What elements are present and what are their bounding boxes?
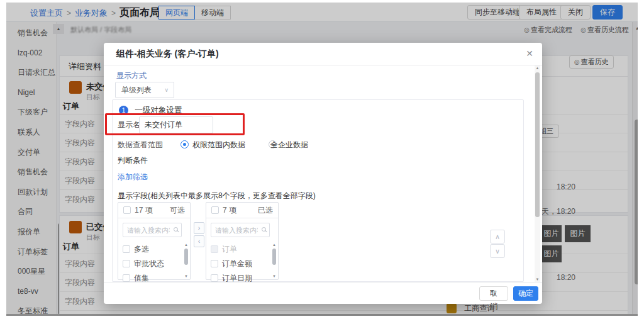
scroll-up-icon[interactable]: ▲ <box>272 243 277 247</box>
chosen-search <box>211 223 270 237</box>
level-one-object-section: 1 一级对象设置 显示名称 数据查看范围 权限范围内数据 全企业数据 判断条件 … <box>112 99 524 282</box>
item-checkbox[interactable] <box>123 245 130 253</box>
move-down-button[interactable]: ∨ <box>490 244 505 258</box>
radio-permission-scope[interactable] <box>180 140 189 148</box>
modal-footer: 取消 确定 <box>104 282 542 304</box>
data-scope-label: 数据查看范围 <box>118 139 163 150</box>
chosen-fields-listbox: 7 项 已选 订单 订单金额 订单日期 ▲ ▼ <box>206 202 279 280</box>
modal-title: 组件-相关业务 (客户-订单) <box>116 43 219 65</box>
section-step-header: 1 一级对象设置 <box>119 105 182 116</box>
app-window: 设置主页>业务对象>页面布局 网页端移动端 同步至移动端 布局属性 关闭 保存 … <box>6 3 638 316</box>
list-item[interactable]: 审批状态 <box>118 257 184 271</box>
list-item[interactable]: 多选 <box>118 242 184 257</box>
search-icon <box>262 227 266 232</box>
available-fields-listbox: 17 项 可选 多选 审批状态 值集 ▲ ▼ <box>118 202 191 280</box>
scroll-down-icon[interactable]: ▼ <box>184 274 189 278</box>
available-list-scrollbar[interactable]: ▲ ▼ <box>184 243 189 278</box>
radio-whole-company-label[interactable]: 全企业数据 <box>270 139 308 150</box>
item-checkbox[interactable] <box>211 274 218 282</box>
move-up-button[interactable]: ∧ <box>490 230 505 243</box>
scroll-down-icon[interactable]: ▼ <box>535 277 540 281</box>
cancel-button[interactable]: 取消 <box>479 286 508 301</box>
modal-close-icon[interactable]: ✕ <box>526 48 533 59</box>
item-checkbox[interactable] <box>123 260 130 267</box>
move-left-button[interactable]: ‹ <box>194 235 204 247</box>
chosen-list-header: 7 项 已选 <box>206 203 278 218</box>
modal-title-divider <box>104 65 542 65</box>
list-item[interactable]: 订单金额 <box>206 257 272 271</box>
move-right-button[interactable]: › <box>194 222 204 234</box>
scrollbar-thumb[interactable] <box>184 249 188 265</box>
window-bottom-edge <box>6 314 638 316</box>
confirm-button[interactable]: 确定 <box>513 286 538 301</box>
available-count: 17 项 <box>135 206 153 215</box>
item-checkbox-disabled <box>211 245 218 253</box>
modal-scrollbar-thumb[interactable] <box>535 72 540 217</box>
chosen-count: 7 项 <box>223 206 236 215</box>
item-checkbox[interactable] <box>123 274 130 282</box>
chosen-tag: 已选 <box>258 203 273 218</box>
chosen-list-scrollbar[interactable]: ▲ ▼ <box>272 243 277 278</box>
list-item-disabled: 订单 <box>206 242 272 257</box>
available-list-header: 17 项 可选 <box>118 203 190 218</box>
available-tag: 可选 <box>170 203 185 218</box>
scrollbar-thumb[interactable] <box>272 249 276 265</box>
section-step-title: 一级对象设置 <box>135 106 182 115</box>
add-filter-link[interactable]: 添加筛选 <box>118 172 148 182</box>
scroll-up-icon[interactable]: ▲ <box>535 66 540 70</box>
available-list: 多选 审批状态 值集 <box>118 242 184 286</box>
radio-permission-scope-label[interactable]: 权限范围内数据 <box>192 139 245 150</box>
scroll-down-icon[interactable]: ▼ <box>272 274 277 278</box>
search-icon <box>174 227 178 232</box>
chosen-list: 订单 订单金额 订单日期 <box>206 242 272 286</box>
screenshot-stage: 设置主页>业务对象>页面布局 网页端移动端 同步至移动端 布局属性 关闭 保存 … <box>0 0 644 319</box>
chosen-search-input[interactable] <box>211 223 270 237</box>
available-search-input[interactable] <box>123 223 182 237</box>
scroll-up-icon[interactable]: ▲ <box>184 243 189 247</box>
chevron-down-icon: ∨ <box>164 82 169 98</box>
select-all-checkbox[interactable] <box>211 206 219 214</box>
available-search <box>123 223 182 237</box>
display-mode-label: 显示方式 <box>116 70 147 81</box>
related-business-modal: 组件-相关业务 (客户-订单) ✕ 显示方式 单级列表 ∨ 1 一级对象设置 显… <box>104 43 542 304</box>
display-name-input[interactable] <box>139 116 213 133</box>
condition-label: 判断条件 <box>118 155 148 166</box>
display-mode-select[interactable]: 单级列表 ∨ <box>115 82 174 98</box>
display-mode-value: 单级列表 <box>121 86 152 94</box>
modal-scrollbar[interactable]: ▲ ▼ <box>535 65 540 282</box>
step-number-badge: 1 <box>119 106 128 115</box>
item-checkbox[interactable] <box>211 260 218 267</box>
select-all-checkbox[interactable] <box>123 206 131 214</box>
display-fields-hint: 显示字段(相关列表中最多展示8个字段，更多查看全部字段) <box>118 191 316 201</box>
